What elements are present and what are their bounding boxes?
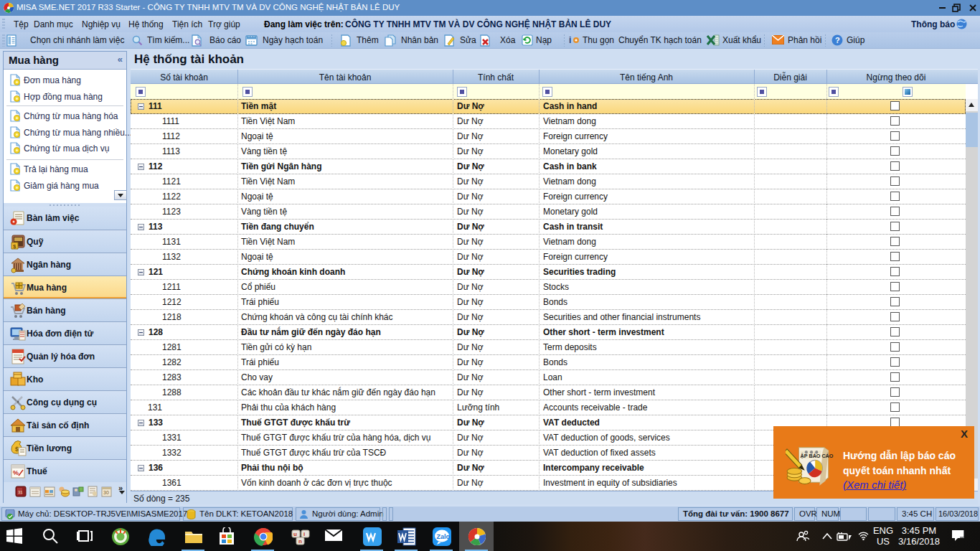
svg-text:Zalo: Zalo <box>437 533 451 540</box>
svg-text:$: $ <box>13 243 17 250</box>
svg-text:i: i <box>303 531 305 537</box>
svg-text:n: n <box>298 538 302 545</box>
svg-text:$: $ <box>15 446 19 453</box>
svg-text:i: i <box>569 35 571 45</box>
svg-text:%: % <box>13 469 19 476</box>
svg-text:?: ? <box>835 36 840 44</box>
svg-text:31: 31 <box>18 490 23 494</box>
svg-text:30: 30 <box>103 490 109 495</box>
svg-text:u: u <box>293 531 297 537</box>
